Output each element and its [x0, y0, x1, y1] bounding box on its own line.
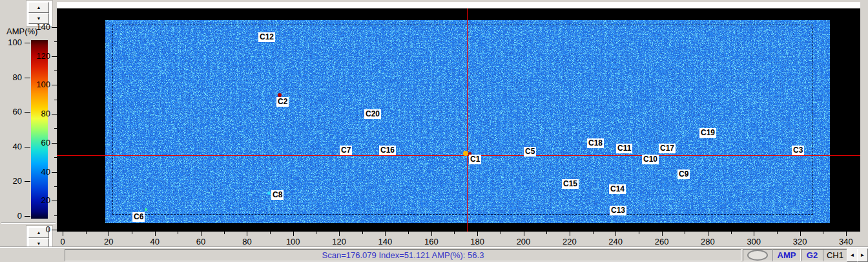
y-axis-tick-label: 40 — [28, 167, 50, 177]
x-axis-minor-tick — [501, 232, 501, 234]
y-axis-tick — [52, 114, 57, 115]
y-axis-tick-label: 100 — [28, 80, 50, 89]
x-axis-minor-tick — [731, 232, 732, 234]
y-axis-tick-label: 60 — [28, 138, 50, 147]
indication-label[interactable]: C13 — [610, 206, 626, 215]
indication-label[interactable]: C1 — [469, 155, 481, 164]
y-axis-minor-tick — [54, 100, 57, 100]
indication-label[interactable]: C8 — [271, 190, 284, 200]
indication-label[interactable]: C9 — [677, 169, 690, 179]
indication-label[interactable]: C20 — [364, 109, 381, 119]
y-axis-minor-tick — [54, 157, 57, 158]
channel-ch1-button[interactable]: CH1 — [823, 249, 847, 261]
indication-label[interactable]: C12 — [258, 32, 275, 42]
x-axis-tick-label: 140 — [372, 237, 398, 246]
x-axis-tick-label: 240 — [603, 237, 628, 246]
crosshair-vertical-line[interactable] — [467, 8, 468, 232]
x-axis-tick-label: 220 — [557, 237, 583, 246]
channel-next-button[interactable]: ► — [857, 248, 868, 262]
x-axis-tick-label: 20 — [96, 237, 121, 246]
indication-label[interactable]: C2 — [276, 97, 289, 107]
y-axis-tick — [52, 172, 57, 173]
x-axis-tick — [708, 232, 708, 236]
y-axis-tick-label: 20 — [28, 195, 50, 205]
arrow-right-icon: ► — [860, 252, 865, 258]
y-axis-tick — [52, 85, 57, 85]
x-axis-tick — [477, 232, 478, 236]
y-axis-tick-label: 80 — [28, 109, 50, 118]
channel-ch1-label: CH1 — [827, 250, 843, 260]
x-axis-tick — [800, 232, 801, 236]
x-axis-tick-label: 320 — [787, 237, 813, 246]
y-axis-tick — [52, 143, 57, 144]
x-axis-tick-label: 300 — [741, 237, 767, 246]
gate-g2-button[interactable]: G2 — [801, 249, 823, 261]
view-amp-button[interactable]: AMP — [772, 249, 801, 261]
gate-g2-label: G2 — [807, 250, 818, 260]
x-axis-tick — [570, 232, 570, 236]
x-axis-minor-tick — [316, 232, 316, 234]
channel-prev-button[interactable]: ◄ — [847, 248, 858, 262]
y-axis-minor-tick — [54, 41, 57, 42]
x-axis-tick-label: 0 — [50, 237, 76, 246]
y-axis-tick-label: 120 — [28, 51, 50, 61]
indication-label[interactable]: C19 — [699, 128, 716, 138]
x-axis-minor-tick — [685, 232, 685, 234]
x-axis-tick — [385, 232, 386, 236]
x-axis-tick — [846, 232, 847, 236]
y-axis-minor-tick — [54, 128, 57, 129]
y-axis-tick — [52, 27, 57, 28]
x-axis-tick-label: 40 — [142, 237, 168, 246]
y-axis-tick-label: 140 — [28, 22, 50, 32]
x-axis-tick-label: 260 — [649, 237, 675, 246]
x-axis-minor-tick — [270, 232, 271, 234]
x-axis-tick — [63, 232, 63, 236]
indication-label[interactable]: C17 — [659, 144, 676, 153]
x-axis-minor-tick — [408, 232, 409, 234]
x-axis-minor-tick — [362, 232, 363, 234]
cscan-window: ▲ ▼ AMP(%) 100806040200 ▲ ▼ ◄ ► — [0, 0, 868, 262]
crosshair-horizontal-line[interactable] — [57, 155, 860, 156]
x-axis-minor-tick — [132, 232, 132, 234]
indication-label[interactable]: C15 — [562, 179, 579, 189]
y-axis-tick — [52, 201, 57, 201]
indication-dot — [463, 151, 468, 156]
x-axis-tick — [339, 232, 340, 236]
y-axis-minor-tick — [54, 186, 57, 187]
indication-label[interactable]: C14 — [609, 184, 626, 194]
x-axis-tick — [293, 232, 294, 236]
x-axis-tick — [155, 232, 156, 236]
indication-label[interactable]: C11 — [616, 144, 632, 153]
x-axis-tick-label: 200 — [511, 237, 537, 246]
x-axis-tick — [201, 232, 202, 236]
indication-label[interactable]: C3 — [792, 146, 804, 155]
x-axis-tick — [615, 232, 616, 236]
y-axis-minor-tick — [54, 71, 57, 71]
x-axis-tick — [754, 232, 754, 236]
y-axis: 140120100806040200 — [0, 0, 57, 246]
indication-label[interactable]: C6 — [132, 212, 145, 222]
x-axis-minor-tick — [546, 232, 547, 234]
x-axis-tick — [524, 232, 524, 236]
indication-label[interactable]: C10 — [642, 155, 659, 164]
y-axis-minor-tick — [54, 215, 57, 216]
x-axis-tick-label: 340 — [833, 237, 859, 246]
x-axis-minor-tick — [224, 232, 225, 234]
indication-label[interactable]: C7 — [340, 146, 352, 155]
x-axis-tick-label: 80 — [234, 237, 260, 246]
x-axis-minor-tick — [777, 232, 778, 234]
x-axis-tick-label: 100 — [280, 237, 306, 246]
x-axis-tick — [108, 232, 109, 236]
x-axis-minor-tick — [86, 232, 87, 234]
gate-ellipse-icon — [747, 250, 768, 261]
x-axis-minor-tick — [178, 232, 178, 234]
x-axis-tick — [431, 232, 432, 236]
y-axis-tick — [52, 56, 57, 57]
x-axis-tick-label: 280 — [695, 237, 721, 246]
indication-label[interactable]: C5 — [524, 147, 536, 157]
indication-label[interactable]: C18 — [587, 138, 604, 148]
statusbar: Scan=176.079 Index=51.121 AMP(%): 56.3 A… — [0, 246, 868, 262]
y-axis-tick — [52, 230, 57, 230]
indication-label[interactable]: C16 — [379, 146, 396, 155]
x-axis-minor-tick — [639, 232, 639, 234]
